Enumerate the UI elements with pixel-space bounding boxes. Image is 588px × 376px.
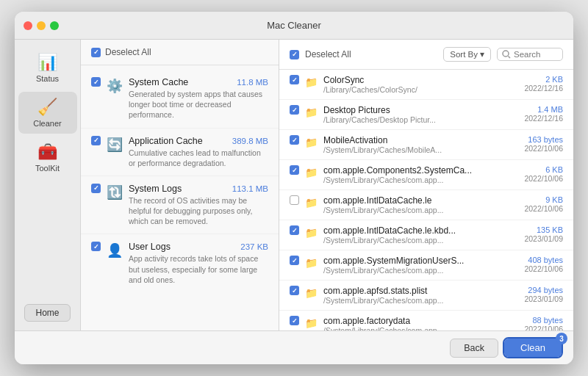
com-apple-factorydata-size: 88 bytes	[524, 316, 563, 325]
colorsync-checkbox[interactable]	[290, 75, 299, 84]
com-apple-factorydata-meta: 88 bytes 2022/10/06	[524, 316, 563, 330]
category-list: ⚙️ System Cache 11.8 MB Generated by sys…	[81, 65, 279, 330]
com-apple-systemmigration-checkbox[interactable]	[290, 256, 299, 265]
folder-icon: 📁	[305, 167, 318, 178]
system-logs-size: 113.1 MB	[232, 184, 268, 193]
com-apple-apfsd-info: com.apple.apfsd.stats.plist /System/Libr…	[323, 286, 518, 305]
com-apple-components-path: /System/Library/Caches/com.app...	[323, 176, 518, 184]
cleaner-icon: 🧹	[37, 98, 57, 117]
com-apple-intldatacache-checkbox[interactable]	[290, 195, 299, 205]
com-apple-factorydata-date: 2022/10/06	[524, 325, 563, 330]
file-item-com-apple-apfsd: 📁 com.apple.apfsd.stats.plist /System/Li…	[279, 281, 573, 311]
close-button[interactable]	[24, 21, 32, 30]
clean-button[interactable]: Clean	[504, 339, 562, 357]
com-apple-systemmigration-meta: 408 bytes 2022/10/06	[524, 256, 563, 273]
system-logs-name: System Logs	[129, 184, 182, 194]
com-apple-intldatacache-info: com.apple.IntlDataCache.le /System/Libra…	[323, 195, 518, 214]
application-cache-name: Application Cache	[129, 136, 203, 146]
search-input[interactable]	[497, 48, 563, 61]
file-list: 📁 ColorSync /Library/Caches/ColorSync/ 2…	[279, 70, 573, 330]
right-deselect-all-checkbox[interactable]	[290, 50, 299, 59]
com-apple-systemmigration-name: com.apple.SystemMigrationUserS...	[323, 256, 518, 266]
com-apple-components-info: com.apple.Components2.SystemCa... /Syste…	[323, 165, 518, 184]
category-item-system-cache: ⚙️ System Cache 11.8 MB Generated by sys…	[81, 70, 279, 129]
file-item-com-apple-intldatacache: 📁 com.apple.IntlDataCache.le /System/Lib…	[279, 190, 573, 220]
sidebar-item-cleaner[interactable]: 🧹 Cleaner	[18, 92, 77, 134]
file-item-com-apple-intldatacache-kbd: 📁 com.apple.IntlDataCache.le.kbd... /Sys…	[279, 220, 573, 250]
mobileactivation-meta: 163 bytes 2022/10/06	[524, 135, 563, 153]
sort-by-button[interactable]: Sort By ▾	[443, 47, 491, 62]
com-apple-apfsd-path: /System/Library/Caches/com.app...	[323, 296, 518, 305]
status-icon: 📊	[37, 53, 57, 72]
system-cache-info: System Cache 11.8 MB Generated by system…	[129, 77, 268, 120]
user-logs-icon: 👤	[107, 242, 123, 258]
user-logs-size: 237 KB	[240, 242, 268, 251]
sidebar-label-status: Status	[36, 74, 59, 83]
file-item-com-apple-components: 📁 com.apple.Components2.SystemCa... /Sys…	[279, 160, 573, 190]
folder-icon: 📁	[305, 76, 318, 88]
com-apple-intldatacache-meta: 9 KB 2022/10/06	[524, 195, 563, 213]
window-title: Mac Cleaner	[267, 20, 321, 31]
main-window: Mac Cleaner 📊 Status 🧹 Cleaner 🧰 ToolKit…	[15, 12, 573, 364]
com-apple-apfsd-meta: 294 bytes 2023/01/09	[524, 286, 563, 303]
sidebar-bottom: Home	[24, 304, 70, 330]
com-apple-factorydata-checkbox[interactable]	[290, 316, 299, 325]
com-apple-intldatacache-kbd-checkbox[interactable]	[290, 225, 299, 235]
colorsync-size: 2 KB	[524, 75, 563, 84]
fullscreen-button[interactable]	[50, 21, 59, 30]
desktop-pictures-meta: 1.4 MB 2022/12/16	[524, 105, 563, 123]
sidebar-item-status[interactable]: 📊 Status	[18, 47, 77, 89]
com-apple-intldatacache-path: /System/Library/Caches/com.app...	[323, 206, 518, 214]
sidebar: 📊 Status 🧹 Cleaner 🧰 ToolKit Home	[15, 40, 81, 330]
folder-icon: 📁	[305, 137, 318, 148]
colorsync-meta: 2 KB 2022/12/16	[524, 75, 563, 93]
com-apple-factorydata-info: com.apple.factorydata /System/Library/Ca…	[323, 316, 518, 330]
minimize-button[interactable]	[37, 21, 46, 30]
sidebar-label-cleaner: Cleaner	[33, 119, 62, 128]
com-apple-intldatacache-size: 9 KB	[524, 195, 563, 204]
colorsync-name: ColorSync	[323, 75, 518, 85]
system-cache-checkbox[interactable]	[91, 77, 101, 87]
mobileactivation-path: /System/Library/Caches/MobileA...	[323, 145, 518, 154]
com-apple-intldatacache-date: 2022/10/06	[524, 204, 563, 213]
system-logs-icon: 🔃	[107, 184, 123, 200]
file-item-colorsync: 📁 ColorSync /Library/Caches/ColorSync/ 2…	[279, 70, 573, 100]
left-panel-header: Deselect All	[81, 40, 279, 65]
com-apple-intldatacache-kbd-size: 135 KB	[524, 225, 563, 234]
left-deselect-all-label: Deselect All	[105, 47, 151, 57]
desktop-pictures-checkbox[interactable]	[290, 105, 299, 115]
user-logs-info: User Logs 237 KB App activity records ta…	[129, 242, 268, 285]
sort-by-label: Sort By	[450, 50, 478, 59]
application-cache-icon: 🔄	[107, 137, 123, 153]
clean-button-wrapper: 3 Clean	[504, 339, 562, 357]
application-cache-size: 389.8 MB	[232, 137, 268, 145]
com-apple-components-checkbox[interactable]	[290, 165, 299, 175]
user-logs-name: User Logs	[129, 242, 171, 252]
colorsync-date: 2022/12/16	[524, 84, 563, 93]
sidebar-item-toolkit[interactable]: 🧰 ToolKit	[18, 137, 77, 178]
com-apple-intldatacache-name: com.apple.IntlDataCache.le	[323, 195, 518, 206]
application-cache-checkbox[interactable]	[91, 136, 101, 145]
com-apple-components-size: 6 KB	[524, 165, 563, 174]
folder-icon: 📁	[305, 106, 318, 118]
system-logs-desc: The record of OS activities may be helpf…	[129, 195, 268, 227]
back-button[interactable]: Back	[450, 339, 498, 358]
com-apple-apfsd-checkbox[interactable]	[290, 286, 299, 295]
com-apple-components-date: 2022/10/06	[524, 174, 563, 183]
file-item-desktop-pictures: 📁 Desktop Pictures /Library/Caches/Deskt…	[279, 100, 573, 130]
com-apple-systemmigration-date: 2022/10/06	[524, 264, 563, 273]
home-button[interactable]: Home	[24, 304, 70, 322]
com-apple-apfsd-size: 294 bytes	[524, 286, 563, 294]
com-apple-intldatacache-kbd-name: com.apple.IntlDataCache.le.kbd...	[323, 225, 518, 236]
mobileactivation-size: 163 bytes	[524, 135, 563, 144]
com-apple-systemmigration-size: 408 bytes	[524, 256, 563, 264]
left-deselect-all-checkbox[interactable]	[91, 48, 101, 57]
system-cache-name: System Cache	[129, 77, 188, 87]
com-apple-components-meta: 6 KB 2022/10/06	[524, 165, 563, 183]
colorsync-path: /Library/Caches/ColorSync/	[323, 85, 518, 94]
system-logs-checkbox[interactable]	[91, 184, 101, 193]
desktop-pictures-path: /Library/Caches/Desktop Pictur...	[323, 115, 518, 124]
user-logs-checkbox[interactable]	[91, 242, 101, 251]
mobileactivation-checkbox[interactable]	[290, 135, 299, 145]
right-panel: Deselect All Sort By ▾ 📁 ColorSync /Libr…	[279, 40, 573, 330]
